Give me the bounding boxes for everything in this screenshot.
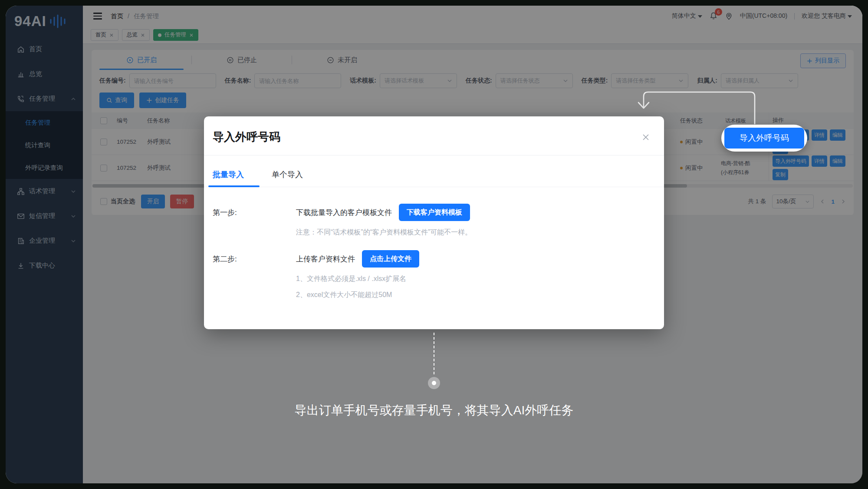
step-2-text: 上传客户资料文件	[296, 254, 355, 264]
modal-body: 第一步: 下载批量导入的客户模板文件 下载客户资料模板 注意：不同“话术模板”的…	[204, 187, 664, 300]
guide-dot	[428, 377, 440, 389]
guide-dashed-line	[434, 333, 434, 374]
modal-title: 导入外呼号码	[213, 129, 280, 145]
tab-batch-import[interactable]: 批量导入	[213, 169, 244, 187]
upload-file-button[interactable]: 点击上传文件	[362, 250, 419, 268]
upload-rule-1: 1、文件格式必须是.xls / .xlsx扩展名	[296, 274, 652, 284]
screen: 94AI 首页 总览 任务管理	[0, 0, 868, 489]
step-1-row: 第一步: 下载批量导入的客户模板文件 下载客户资料模板	[213, 204, 652, 221]
download-template-button[interactable]: 下载客户资料模板	[399, 204, 470, 221]
step-1-label: 第一步:	[213, 208, 296, 218]
modal-header: 导入外呼号码	[204, 116, 664, 155]
step-1-text: 下载批量导入的客户模板文件	[296, 208, 392, 218]
import-numbers-button-highlighted[interactable]: 导入外呼号码	[724, 128, 804, 149]
step-1-note: 注意：不同“话术模板”的“客户资料模板文件”可能不一样。	[296, 228, 652, 237]
guide-caption: 导出订单手机号或存量手机号，将其导入AI外呼任务	[0, 402, 868, 419]
tab-single-import[interactable]: 单个导入	[272, 169, 303, 187]
step-2-label: 第二步:	[213, 254, 296, 264]
modal-tabs: 批量导入 单个导入	[204, 155, 664, 187]
import-numbers-modal: 导入外呼号码 批量导入 单个导入 第一步: 下载批量导入的客户模板文件 下载客户…	[204, 116, 664, 329]
step-2-row: 第二步: 上传客户资料文件 点击上传文件	[213, 250, 652, 268]
close-icon[interactable]	[641, 132, 651, 142]
upload-rule-2: 2、excel文件大小不能超过50M	[296, 291, 652, 300]
spotlight-highlight: 导入外呼号码	[721, 125, 807, 152]
